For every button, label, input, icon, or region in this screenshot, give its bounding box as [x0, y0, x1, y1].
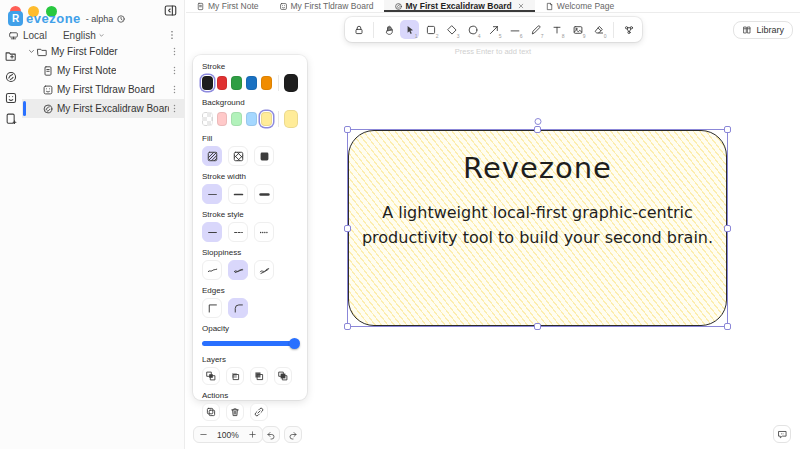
sidebar-item-folder[interactable]: My First Folder — [22, 42, 184, 61]
stroke-color-swatch[interactable] — [231, 76, 242, 90]
resize-handle-e[interactable] — [724, 225, 731, 232]
add-tldraw-button[interactable] — [4, 88, 18, 102]
stroke_width-bold-button[interactable] — [228, 184, 248, 204]
tab-page[interactable]: Welcome Page — [535, 0, 624, 12]
sidebar-item-excalidraw[interactable]: My First Excalidraw Board — [22, 99, 184, 118]
extra-bold-icon — [258, 188, 271, 201]
redo-button[interactable] — [284, 426, 302, 443]
tool-arrow[interactable]: 5 — [484, 20, 503, 39]
tool-line[interactable]: 6 — [505, 20, 524, 39]
actions-delete-button[interactable] — [226, 403, 244, 421]
fill-solid-button[interactable] — [254, 146, 274, 166]
stroke_style-dotted-button[interactable] — [254, 222, 274, 242]
resize-handle-s[interactable] — [534, 323, 541, 330]
fill-hachure-button[interactable] — [202, 146, 222, 166]
layers-send-to-back-button[interactable] — [202, 367, 220, 385]
stroke-color-swatch[interactable] — [246, 76, 257, 90]
stroke-color-swatch[interactable] — [217, 76, 228, 90]
stroke_style-solid-button[interactable] — [202, 222, 222, 242]
chevron-down-icon[interactable] — [27, 47, 36, 56]
item-menu-icon[interactable] — [169, 84, 180, 95]
zoom-in-button[interactable] — [244, 427, 262, 442]
resize-handle-se[interactable] — [724, 323, 731, 330]
tool-rectangle[interactable]: 2 — [421, 20, 440, 39]
opacity-slider-thumb[interactable] — [289, 338, 300, 349]
add-note-button[interactable] — [4, 109, 18, 123]
tool-extra-tools[interactable] — [619, 20, 638, 39]
background-color-swatch[interactable] — [261, 112, 272, 126]
background-color-swatch[interactable] — [231, 112, 242, 126]
zoom-level[interactable]: 100% — [212, 430, 244, 440]
background-current-color[interactable] — [284, 110, 298, 128]
item-menu-icon[interactable] — [169, 103, 180, 114]
collapse-sidebar-icon[interactable] — [163, 3, 178, 18]
stroke_width-thin-button[interactable] — [202, 184, 222, 204]
library-button[interactable]: Library — [733, 21, 793, 39]
layers-send-backward-button[interactable] — [226, 367, 244, 385]
sloppiness-cartoonist-button[interactable] — [254, 260, 274, 280]
sloppiness-artist-button[interactable] — [228, 260, 248, 280]
tool-hand[interactable] — [379, 20, 398, 39]
tab-note[interactable]: My First Note — [186, 0, 269, 12]
zoom-out-button[interactable] — [194, 427, 212, 442]
card-title: Revezone — [349, 151, 726, 185]
tab-tldraw[interactable]: My First Tldraw Board — [269, 0, 384, 12]
canvas-card[interactable]: Revezone A lightweight local-first graph… — [348, 130, 727, 326]
tool-draw[interactable]: 7 — [526, 20, 545, 39]
cartoonist-icon — [258, 264, 271, 277]
section-label: Stroke style — [202, 210, 298, 219]
stroke-current-color[interactable] — [284, 74, 298, 92]
edges-round-button[interactable] — [228, 298, 248, 318]
resize-handle-nw[interactable] — [344, 126, 351, 133]
workspace-menu-icon[interactable] — [166, 29, 178, 41]
layers-bring-to-front-button[interactable] — [274, 367, 292, 385]
tool-diamond[interactable]: 3 — [442, 20, 461, 39]
rectangle-icon — [425, 24, 437, 36]
language-select[interactable]: English — [63, 30, 105, 41]
background-color-swatch[interactable] — [202, 112, 213, 126]
add-excalidraw-button[interactable] — [4, 67, 18, 81]
resize-handle-n[interactable] — [534, 126, 541, 133]
background-color-swatch[interactable] — [246, 112, 257, 126]
tool-text[interactable]: 8 — [547, 20, 566, 39]
add-folder-button[interactable] — [4, 46, 18, 60]
lock-icon — [353, 24, 365, 36]
item-menu-icon[interactable] — [169, 46, 180, 57]
sloppiness-architect-button[interactable] — [202, 260, 222, 280]
logo-text: evezone — [26, 11, 81, 26]
link-icon — [253, 406, 265, 418]
resize-handle-w[interactable] — [344, 225, 351, 232]
stroke_style-dashed-button[interactable] — [228, 222, 248, 242]
actions-link-button[interactable] — [250, 403, 268, 421]
layers-bring-forward-button[interactable] — [250, 367, 268, 385]
item-menu-icon[interactable] — [169, 65, 180, 76]
stroke_width-extra-bold-button[interactable] — [254, 184, 274, 204]
tool-eraser[interactable]: 0 — [589, 20, 608, 39]
tool-lock[interactable] — [349, 20, 368, 39]
tab-excalidraw[interactable]: My First Excalidraw Board — [384, 0, 535, 12]
tool-selection[interactable]: 1 — [400, 20, 419, 39]
tab-close-icon[interactable] — [517, 2, 525, 10]
tool-image[interactable]: 9 — [568, 20, 587, 39]
tool-shortcut: 9 — [583, 33, 586, 39]
edges-sharp-button[interactable] — [202, 298, 222, 318]
undo-button[interactable] — [262, 426, 280, 443]
bold-icon — [232, 188, 245, 201]
actions-duplicate-button[interactable] — [202, 403, 220, 421]
rotate-handle[interactable] — [534, 118, 541, 125]
opacity-slider[interactable] — [202, 337, 298, 349]
sidebar-item-note[interactable]: My First Note — [22, 61, 184, 80]
history-clock-icon[interactable] — [116, 14, 126, 24]
duplicate-icon — [205, 406, 217, 418]
fill-cross-hatch-button[interactable] — [228, 146, 248, 166]
stroke-color-swatch[interactable] — [261, 76, 272, 90]
tool-ellipse[interactable]: 4 — [463, 20, 482, 39]
resize-handle-ne[interactable] — [724, 126, 731, 133]
sidebar-item-tldraw[interactable]: My First Tldraw Board — [22, 80, 184, 99]
toolbar-hint: Press Enter to add text — [393, 47, 593, 56]
stroke-color-swatch[interactable] — [202, 76, 213, 90]
help-button[interactable] — [773, 425, 791, 443]
resize-handle-sw[interactable] — [344, 323, 351, 330]
add-excalidraw-icon — [4, 70, 18, 84]
background-color-swatch[interactable] — [217, 112, 228, 126]
